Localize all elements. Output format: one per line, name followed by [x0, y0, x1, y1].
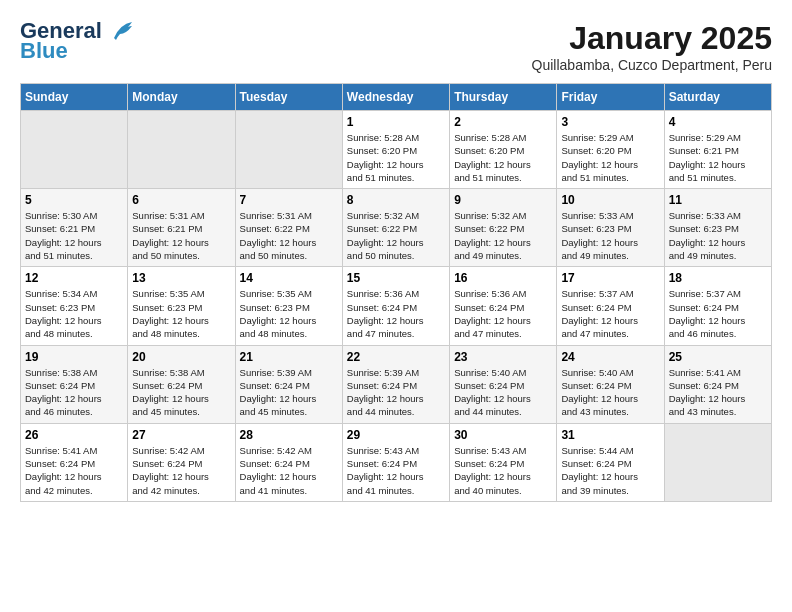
day-info: Sunrise: 5:40 AMSunset: 6:24 PMDaylight:… [454, 366, 552, 419]
day-number: 20 [132, 350, 230, 364]
day-number: 19 [25, 350, 123, 364]
day-info: Sunrise: 5:44 AMSunset: 6:24 PMDaylight:… [561, 444, 659, 497]
day-info: Sunrise: 5:43 AMSunset: 6:24 PMDaylight:… [347, 444, 445, 497]
calendar-table: Sunday Monday Tuesday Wednesday Thursday… [20, 83, 772, 502]
day-cell: 25Sunrise: 5:41 AMSunset: 6:24 PMDayligh… [664, 345, 771, 423]
day-cell: 15Sunrise: 5:36 AMSunset: 6:24 PMDayligh… [342, 267, 449, 345]
week-row-1: 1Sunrise: 5:28 AMSunset: 6:20 PMDaylight… [21, 111, 772, 189]
col-wednesday: Wednesday [342, 84, 449, 111]
logo-bird-icon [106, 20, 134, 42]
day-cell: 23Sunrise: 5:40 AMSunset: 6:24 PMDayligh… [450, 345, 557, 423]
day-cell: 10Sunrise: 5:33 AMSunset: 6:23 PMDayligh… [557, 189, 664, 267]
day-info: Sunrise: 5:41 AMSunset: 6:24 PMDaylight:… [669, 366, 767, 419]
day-number: 10 [561, 193, 659, 207]
day-cell [235, 111, 342, 189]
day-info: Sunrise: 5:29 AMSunset: 6:21 PMDaylight:… [669, 131, 767, 184]
day-cell: 16Sunrise: 5:36 AMSunset: 6:24 PMDayligh… [450, 267, 557, 345]
day-cell [128, 111, 235, 189]
day-cell: 19Sunrise: 5:38 AMSunset: 6:24 PMDayligh… [21, 345, 128, 423]
day-cell: 20Sunrise: 5:38 AMSunset: 6:24 PMDayligh… [128, 345, 235, 423]
day-info: Sunrise: 5:33 AMSunset: 6:23 PMDaylight:… [561, 209, 659, 262]
day-info: Sunrise: 5:36 AMSunset: 6:24 PMDaylight:… [454, 287, 552, 340]
day-info: Sunrise: 5:29 AMSunset: 6:20 PMDaylight:… [561, 131, 659, 184]
day-cell: 26Sunrise: 5:41 AMSunset: 6:24 PMDayligh… [21, 423, 128, 501]
day-cell: 6Sunrise: 5:31 AMSunset: 6:21 PMDaylight… [128, 189, 235, 267]
day-cell: 12Sunrise: 5:34 AMSunset: 6:23 PMDayligh… [21, 267, 128, 345]
day-cell: 9Sunrise: 5:32 AMSunset: 6:22 PMDaylight… [450, 189, 557, 267]
day-info: Sunrise: 5:31 AMSunset: 6:22 PMDaylight:… [240, 209, 338, 262]
day-cell: 2Sunrise: 5:28 AMSunset: 6:20 PMDaylight… [450, 111, 557, 189]
day-cell: 1Sunrise: 5:28 AMSunset: 6:20 PMDaylight… [342, 111, 449, 189]
day-number: 28 [240, 428, 338, 442]
day-info: Sunrise: 5:28 AMSunset: 6:20 PMDaylight:… [454, 131, 552, 184]
day-number: 13 [132, 271, 230, 285]
day-cell [21, 111, 128, 189]
day-info: Sunrise: 5:40 AMSunset: 6:24 PMDaylight:… [561, 366, 659, 419]
day-number: 25 [669, 350, 767, 364]
day-cell: 8Sunrise: 5:32 AMSunset: 6:22 PMDaylight… [342, 189, 449, 267]
day-cell: 3Sunrise: 5:29 AMSunset: 6:20 PMDaylight… [557, 111, 664, 189]
day-cell: 21Sunrise: 5:39 AMSunset: 6:24 PMDayligh… [235, 345, 342, 423]
day-number: 21 [240, 350, 338, 364]
day-info: Sunrise: 5:39 AMSunset: 6:24 PMDaylight:… [347, 366, 445, 419]
day-number: 22 [347, 350, 445, 364]
day-info: Sunrise: 5:37 AMSunset: 6:24 PMDaylight:… [669, 287, 767, 340]
day-cell [664, 423, 771, 501]
day-cell: 18Sunrise: 5:37 AMSunset: 6:24 PMDayligh… [664, 267, 771, 345]
day-number: 1 [347, 115, 445, 129]
day-number: 30 [454, 428, 552, 442]
day-info: Sunrise: 5:38 AMSunset: 6:24 PMDaylight:… [25, 366, 123, 419]
day-cell: 5Sunrise: 5:30 AMSunset: 6:21 PMDaylight… [21, 189, 128, 267]
day-number: 18 [669, 271, 767, 285]
col-sunday: Sunday [21, 84, 128, 111]
col-thursday: Thursday [450, 84, 557, 111]
day-number: 15 [347, 271, 445, 285]
day-info: Sunrise: 5:42 AMSunset: 6:24 PMDaylight:… [132, 444, 230, 497]
day-number: 14 [240, 271, 338, 285]
day-cell: 30Sunrise: 5:43 AMSunset: 6:24 PMDayligh… [450, 423, 557, 501]
day-info: Sunrise: 5:28 AMSunset: 6:20 PMDaylight:… [347, 131, 445, 184]
day-cell: 4Sunrise: 5:29 AMSunset: 6:21 PMDaylight… [664, 111, 771, 189]
day-info: Sunrise: 5:38 AMSunset: 6:24 PMDaylight:… [132, 366, 230, 419]
day-cell: 22Sunrise: 5:39 AMSunset: 6:24 PMDayligh… [342, 345, 449, 423]
col-tuesday: Tuesday [235, 84, 342, 111]
week-row-4: 19Sunrise: 5:38 AMSunset: 6:24 PMDayligh… [21, 345, 772, 423]
logo: General Blue [20, 20, 134, 64]
day-info: Sunrise: 5:31 AMSunset: 6:21 PMDaylight:… [132, 209, 230, 262]
day-info: Sunrise: 5:32 AMSunset: 6:22 PMDaylight:… [347, 209, 445, 262]
day-number: 7 [240, 193, 338, 207]
day-number: 5 [25, 193, 123, 207]
day-info: Sunrise: 5:35 AMSunset: 6:23 PMDaylight:… [240, 287, 338, 340]
day-number: 9 [454, 193, 552, 207]
week-row-5: 26Sunrise: 5:41 AMSunset: 6:24 PMDayligh… [21, 423, 772, 501]
day-cell: 28Sunrise: 5:42 AMSunset: 6:24 PMDayligh… [235, 423, 342, 501]
calendar-subtitle: Quillabamba, Cuzco Department, Peru [532, 57, 772, 73]
day-cell: 7Sunrise: 5:31 AMSunset: 6:22 PMDaylight… [235, 189, 342, 267]
day-number: 31 [561, 428, 659, 442]
col-saturday: Saturday [664, 84, 771, 111]
day-info: Sunrise: 5:35 AMSunset: 6:23 PMDaylight:… [132, 287, 230, 340]
week-row-2: 5Sunrise: 5:30 AMSunset: 6:21 PMDaylight… [21, 189, 772, 267]
day-cell: 31Sunrise: 5:44 AMSunset: 6:24 PMDayligh… [557, 423, 664, 501]
day-info: Sunrise: 5:34 AMSunset: 6:23 PMDaylight:… [25, 287, 123, 340]
day-number: 29 [347, 428, 445, 442]
day-info: Sunrise: 5:41 AMSunset: 6:24 PMDaylight:… [25, 444, 123, 497]
day-cell: 14Sunrise: 5:35 AMSunset: 6:23 PMDayligh… [235, 267, 342, 345]
day-number: 24 [561, 350, 659, 364]
day-cell: 24Sunrise: 5:40 AMSunset: 6:24 PMDayligh… [557, 345, 664, 423]
day-number: 3 [561, 115, 659, 129]
day-cell: 29Sunrise: 5:43 AMSunset: 6:24 PMDayligh… [342, 423, 449, 501]
header-row: Sunday Monday Tuesday Wednesday Thursday… [21, 84, 772, 111]
day-info: Sunrise: 5:33 AMSunset: 6:23 PMDaylight:… [669, 209, 767, 262]
logo-blue: Blue [20, 38, 68, 64]
day-number: 12 [25, 271, 123, 285]
day-info: Sunrise: 5:32 AMSunset: 6:22 PMDaylight:… [454, 209, 552, 262]
day-cell: 27Sunrise: 5:42 AMSunset: 6:24 PMDayligh… [128, 423, 235, 501]
page-header: General Blue January 2025 Quillabamba, C… [20, 20, 772, 73]
day-info: Sunrise: 5:42 AMSunset: 6:24 PMDaylight:… [240, 444, 338, 497]
day-number: 16 [454, 271, 552, 285]
day-info: Sunrise: 5:37 AMSunset: 6:24 PMDaylight:… [561, 287, 659, 340]
col-monday: Monday [128, 84, 235, 111]
day-number: 23 [454, 350, 552, 364]
col-friday: Friday [557, 84, 664, 111]
